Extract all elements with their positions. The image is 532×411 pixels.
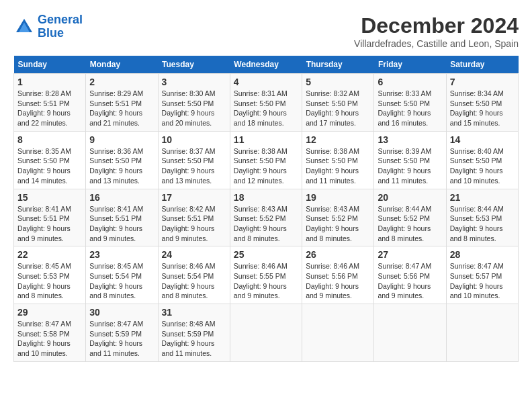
calendar-week-row: 15Sunrise: 8:41 AM Sunset: 5:51 PM Dayli…	[14, 189, 519, 246]
table-row: 3Sunrise: 8:30 AM Sunset: 5:50 PM Daylig…	[158, 74, 230, 132]
day-number: 10	[162, 134, 226, 145]
day-info: Sunrise: 8:29 AM Sunset: 5:51 PM Dayligh…	[89, 89, 154, 128]
day-number: 28	[450, 249, 515, 260]
table-row	[302, 304, 374, 362]
table-row: 28Sunrise: 8:47 AM Sunset: 5:57 PM Dayli…	[446, 246, 518, 304]
day-info: Sunrise: 8:35 AM Sunset: 5:50 PM Dayligh…	[17, 146, 82, 186]
day-info: Sunrise: 8:33 AM Sunset: 5:50 PM Dayligh…	[378, 89, 442, 128]
table-row: 23Sunrise: 8:45 AM Sunset: 5:54 PM Dayli…	[86, 246, 158, 304]
day-number: 2	[89, 77, 154, 87]
day-info: Sunrise: 8:47 AM Sunset: 5:57 PM Dayligh…	[450, 261, 515, 301]
col-saturday: Saturday	[446, 56, 518, 74]
table-row: 16Sunrise: 8:41 AM Sunset: 5:51 PM Dayli…	[86, 189, 158, 246]
table-row: 19Sunrise: 8:43 AM Sunset: 5:52 PM Dayli…	[302, 189, 374, 246]
day-info: Sunrise: 8:41 AM Sunset: 5:51 PM Dayligh…	[89, 204, 154, 244]
day-info: Sunrise: 8:41 AM Sunset: 5:51 PM Dayligh…	[17, 204, 82, 244]
day-number: 16	[89, 192, 154, 203]
location-title: Villardefrades, Castille and Leon, Spain	[354, 38, 519, 49]
day-number: 31	[162, 307, 226, 318]
day-number: 12	[306, 134, 370, 145]
col-wednesday: Wednesday	[230, 56, 302, 74]
table-row: 1Sunrise: 8:28 AM Sunset: 5:51 PM Daylig…	[14, 74, 86, 132]
day-number: 6	[378, 77, 442, 87]
col-tuesday: Tuesday	[158, 56, 230, 74]
table-row: 26Sunrise: 8:46 AM Sunset: 5:56 PM Dayli…	[302, 246, 374, 304]
calendar-week-row: 8Sunrise: 8:35 AM Sunset: 5:50 PM Daylig…	[14, 131, 519, 189]
table-row: 2Sunrise: 8:29 AM Sunset: 5:51 PM Daylig…	[86, 74, 158, 132]
table-row: 27Sunrise: 8:47 AM Sunset: 5:56 PM Dayli…	[374, 246, 446, 304]
day-number: 4	[234, 77, 298, 87]
day-info: Sunrise: 8:38 AM Sunset: 5:50 PM Dayligh…	[234, 146, 298, 186]
table-row: 17Sunrise: 8:42 AM Sunset: 5:51 PM Dayli…	[158, 189, 230, 246]
day-number: 30	[89, 307, 154, 318]
day-number: 1	[17, 77, 82, 87]
table-row: 9Sunrise: 8:36 AM Sunset: 5:50 PM Daylig…	[86, 131, 158, 189]
table-row: 11Sunrise: 8:38 AM Sunset: 5:50 PM Dayli…	[230, 131, 302, 189]
table-row: 22Sunrise: 8:45 AM Sunset: 5:53 PM Dayli…	[14, 246, 86, 304]
day-number: 14	[450, 134, 515, 145]
table-row: 7Sunrise: 8:34 AM Sunset: 5:50 PM Daylig…	[446, 74, 518, 132]
calendar-table: Sunday Monday Tuesday Wednesday Thursday…	[13, 56, 519, 362]
table-row: 13Sunrise: 8:39 AM Sunset: 5:50 PM Dayli…	[374, 131, 446, 189]
day-number: 25	[234, 249, 298, 260]
table-row: 20Sunrise: 8:44 AM Sunset: 5:52 PM Dayli…	[374, 189, 446, 246]
day-info: Sunrise: 8:47 AM Sunset: 5:58 PM Dayligh…	[17, 319, 82, 359]
table-row: 6Sunrise: 8:33 AM Sunset: 5:50 PM Daylig…	[374, 74, 446, 132]
title-block: December 2024 Villardefrades, Castille a…	[354, 13, 519, 49]
table-row	[230, 304, 302, 362]
table-row: 18Sunrise: 8:43 AM Sunset: 5:52 PM Dayli…	[230, 189, 302, 246]
logo-line2: Blue	[38, 26, 64, 40]
table-row	[374, 304, 446, 362]
logo-icon	[13, 16, 35, 38]
table-row: 25Sunrise: 8:46 AM Sunset: 5:55 PM Dayli…	[230, 246, 302, 304]
table-row: 15Sunrise: 8:41 AM Sunset: 5:51 PM Dayli…	[14, 189, 86, 246]
day-info: Sunrise: 8:34 AM Sunset: 5:50 PM Dayligh…	[450, 89, 515, 128]
day-info: Sunrise: 8:31 AM Sunset: 5:50 PM Dayligh…	[234, 89, 298, 128]
day-info: Sunrise: 8:45 AM Sunset: 5:54 PM Dayligh…	[89, 261, 154, 301]
day-number: 13	[378, 134, 442, 145]
logo-line1: General	[38, 13, 83, 26]
month-title: December 2024	[354, 13, 519, 38]
table-row: 10Sunrise: 8:37 AM Sunset: 5:50 PM Dayli…	[158, 131, 230, 189]
table-row: 21Sunrise: 8:44 AM Sunset: 5:53 PM Dayli…	[446, 189, 518, 246]
col-friday: Friday	[374, 56, 446, 74]
day-info: Sunrise: 8:42 AM Sunset: 5:51 PM Dayligh…	[162, 204, 226, 244]
table-row: 31Sunrise: 8:48 AM Sunset: 5:59 PM Dayli…	[158, 304, 230, 362]
calendar-week-row: 1Sunrise: 8:28 AM Sunset: 5:51 PM Daylig…	[14, 74, 519, 132]
day-info: Sunrise: 8:38 AM Sunset: 5:50 PM Dayligh…	[306, 146, 370, 186]
day-number: 7	[450, 77, 515, 87]
day-number: 15	[17, 192, 82, 203]
day-info: Sunrise: 8:30 AM Sunset: 5:50 PM Dayligh…	[162, 89, 226, 128]
day-number: 3	[162, 77, 226, 87]
day-info: Sunrise: 8:32 AM Sunset: 5:50 PM Dayligh…	[306, 89, 370, 128]
day-number: 29	[17, 307, 82, 318]
day-info: Sunrise: 8:44 AM Sunset: 5:52 PM Dayligh…	[378, 204, 442, 244]
day-number: 18	[234, 192, 298, 203]
day-info: Sunrise: 8:39 AM Sunset: 5:50 PM Dayligh…	[378, 146, 442, 186]
day-info: Sunrise: 8:44 AM Sunset: 5:53 PM Dayligh…	[450, 204, 515, 244]
day-number: 9	[89, 134, 154, 145]
calendar-week-row: 22Sunrise: 8:45 AM Sunset: 5:53 PM Dayli…	[14, 246, 519, 304]
day-number: 23	[89, 249, 154, 260]
day-info: Sunrise: 8:36 AM Sunset: 5:50 PM Dayligh…	[89, 146, 154, 186]
table-row: 5Sunrise: 8:32 AM Sunset: 5:50 PM Daylig…	[302, 74, 374, 132]
calendar-week-row: 29Sunrise: 8:47 AM Sunset: 5:58 PM Dayli…	[14, 304, 519, 362]
day-info: Sunrise: 8:43 AM Sunset: 5:52 PM Dayligh…	[234, 204, 298, 244]
day-info: Sunrise: 8:47 AM Sunset: 5:56 PM Dayligh…	[378, 261, 442, 301]
day-number: 5	[306, 77, 370, 87]
table-row: 29Sunrise: 8:47 AM Sunset: 5:58 PM Dayli…	[14, 304, 86, 362]
logo-text: General Blue	[38, 13, 83, 40]
calendar-header-row: Sunday Monday Tuesday Wednesday Thursday…	[14, 56, 519, 74]
table-row: 24Sunrise: 8:46 AM Sunset: 5:54 PM Dayli…	[158, 246, 230, 304]
col-monday: Monday	[86, 56, 158, 74]
table-row: 8Sunrise: 8:35 AM Sunset: 5:50 PM Daylig…	[14, 131, 86, 189]
day-info: Sunrise: 8:47 AM Sunset: 5:59 PM Dayligh…	[89, 319, 154, 359]
col-thursday: Thursday	[302, 56, 374, 74]
day-info: Sunrise: 8:28 AM Sunset: 5:51 PM Dayligh…	[17, 89, 82, 128]
logo: General Blue	[13, 13, 83, 40]
day-number: 24	[162, 249, 226, 260]
day-number: 11	[234, 134, 298, 145]
day-info: Sunrise: 8:46 AM Sunset: 5:56 PM Dayligh…	[306, 261, 370, 301]
day-info: Sunrise: 8:40 AM Sunset: 5:50 PM Dayligh…	[450, 146, 515, 186]
col-sunday: Sunday	[14, 56, 86, 74]
